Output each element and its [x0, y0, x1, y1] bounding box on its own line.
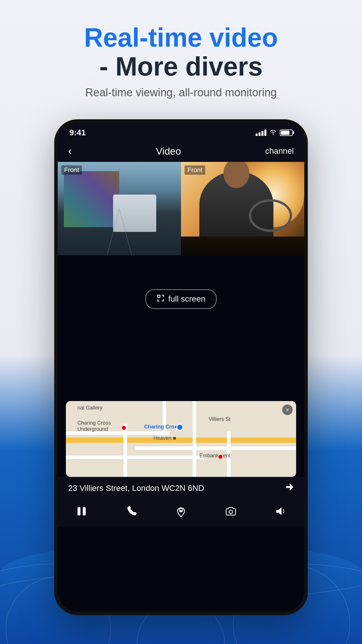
phone-mockup: 9:41 — [54, 119, 308, 615]
location-button[interactable] — [175, 505, 187, 518]
fullscreen-label: full screen — [168, 294, 205, 304]
svg-rect-3 — [78, 507, 80, 515]
status-bar: 9:41 — [58, 123, 304, 140]
camera-button[interactable] — [224, 505, 237, 518]
page-subtitle: Real-time viewing, all-round monitoring — [84, 86, 278, 99]
wifi-icon — [269, 129, 277, 136]
channel-button[interactable]: channel — [265, 146, 294, 156]
map-container: Charing Cro● Heaven ■ Charing CrossUnder… — [66, 401, 296, 477]
dark-section-bottom — [58, 343, 304, 401]
volume-button[interactable] — [274, 505, 287, 518]
signal-bars-icon — [256, 130, 266, 136]
steering-wheel — [249, 199, 292, 232]
interior-scene — [181, 162, 304, 255]
nav-title: Video — [156, 146, 181, 157]
status-icons — [256, 129, 293, 136]
map-background: Charing Cro● Heaven ■ Charing CrossUnder… — [66, 401, 296, 477]
screen-content: 9:41 — [58, 123, 304, 612]
road-scene — [58, 162, 181, 255]
underground-icon-1 — [121, 425, 126, 430]
map-label-embankment: Embankment — [199, 453, 230, 459]
map-label-villiers-st: Villiers St — [209, 416, 231, 422]
video-grid: Front — [58, 162, 304, 255]
bottom-controls — [58, 499, 304, 526]
nav-bar: ‹ Video channel — [58, 140, 304, 162]
map-close-icon: × — [286, 407, 289, 413]
video-panel-interior[interactable]: Front — [181, 162, 304, 255]
video-label-front-2: Front — [184, 165, 205, 175]
video-label-front-1: Front — [61, 165, 82, 175]
back-button[interactable]: ‹ — [68, 145, 72, 157]
page-title-dark: - More divers — [84, 52, 278, 81]
svg-rect-4 — [83, 507, 86, 515]
phone-frame: 9:41 — [54, 119, 308, 615]
map-label-charing-cro: Charing Cro● — [144, 424, 178, 430]
map-label-gallery: nal Gallery — [78, 405, 103, 411]
map-label-heaven: Heaven ■ — [153, 435, 176, 441]
battery-icon — [280, 130, 293, 136]
fullscreen-button[interactable]: full screen — [145, 289, 217, 309]
map-close-button[interactable]: × — [282, 405, 293, 415]
svg-point-7 — [229, 510, 233, 514]
fullscreen-icon — [157, 294, 165, 304]
svg-line-0 — [107, 209, 119, 255]
video-panel-traffic[interactable]: Front — [58, 162, 181, 255]
dark-section-middle: full screen — [58, 255, 304, 343]
page-title-blue: Real-time video — [84, 23, 278, 52]
pause-button[interactable] — [75, 505, 88, 518]
status-time: 9:41 — [69, 128, 86, 137]
call-button[interactable] — [125, 505, 138, 518]
address-bar: 23 Villiers Street, London WC2N 6ND — [58, 477, 304, 499]
map-location-marker — [176, 424, 183, 431]
navigate-arrow-icon[interactable] — [286, 483, 294, 493]
address-text: 23 Villiers Street, London WC2N 6ND — [68, 484, 204, 493]
map-label-charing-cross-underground: Charing CrossUnderground — [78, 420, 111, 432]
svg-line-1 — [120, 209, 132, 255]
svg-point-6 — [180, 510, 182, 512]
driver-head — [224, 162, 249, 188]
